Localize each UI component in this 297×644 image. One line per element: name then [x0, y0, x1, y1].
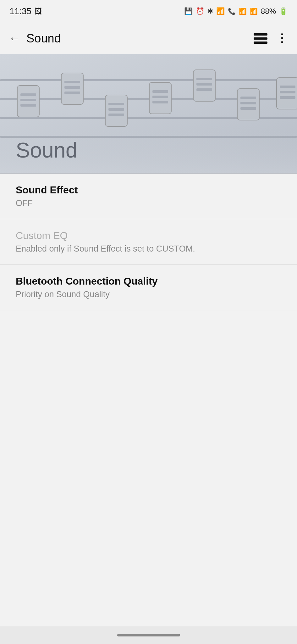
hero-banner: Sound	[0, 54, 297, 174]
signal-icon: 📶	[239, 8, 247, 15]
svg-rect-32	[280, 96, 295, 99]
app-bar: ← Sound ⋮	[0, 23, 297, 54]
custom-eq-title: Custom EQ	[16, 230, 281, 242]
svg-rect-6	[20, 93, 36, 96]
hero-title: Sound	[16, 138, 78, 162]
svg-rect-20	[152, 101, 168, 103]
app-bar-left: ← Sound	[9, 32, 61, 45]
svg-rect-10	[64, 81, 80, 83]
status-bar: 11:35 🖼 💾 ⏰ ✻ 📶 📞 📶 📶 88% 🔋	[0, 0, 297, 23]
svg-rect-30	[280, 86, 295, 88]
svg-rect-22	[196, 78, 212, 80]
svg-rect-26	[240, 97, 256, 99]
alarm-icon: ⏰	[196, 7, 204, 15]
app-bar-right: ⋮	[254, 32, 288, 45]
svg-rect-24	[196, 88, 212, 91]
bluetooth-quality-title: Bluetooth Connection Quality	[16, 275, 281, 287]
signal-icon2: 📶	[250, 8, 258, 15]
svg-rect-8	[20, 104, 36, 107]
battery-percent: 88%	[261, 7, 276, 16]
custom-eq-subtitle: Enabled only if Sound Effect is set to C…	[16, 244, 281, 254]
status-time: 11:35 🖼	[9, 6, 42, 16]
svg-rect-31	[280, 91, 295, 93]
svg-rect-11	[64, 86, 80, 89]
nav-bar	[0, 626, 297, 644]
svg-rect-16	[108, 114, 124, 116]
svg-rect-27	[240, 102, 256, 104]
hero-divider	[0, 173, 297, 174]
status-icons-right: 💾 ⏰ ✻ 📶 📞 📶 📶 88% 🔋	[184, 7, 288, 16]
wifi-icon: 📶	[216, 7, 225, 15]
bluetooth-quality-subtitle: Priority on Sound Quality	[16, 290, 281, 299]
app-bar-title: Sound	[26, 32, 61, 45]
back-button[interactable]: ←	[9, 32, 20, 45]
sound-effect-title: Sound Effect	[16, 184, 281, 196]
svg-rect-4	[0, 79, 297, 81]
more-options-button[interactable]: ⋮	[276, 32, 288, 45]
time-display: 11:35	[9, 6, 31, 16]
nav-pill	[117, 634, 180, 636]
sound-effect-subtitle: OFF	[16, 198, 281, 208]
sd-icon: 💾	[184, 7, 193, 15]
svg-rect-18	[152, 90, 168, 93]
battery-icon: 🔋	[279, 7, 288, 15]
svg-rect-19	[152, 96, 168, 98]
bluetooth-icon: ✻	[207, 7, 213, 15]
call-icon: 📞	[228, 8, 236, 15]
settings-list: Sound Effect OFF Custom EQ Enabled only …	[0, 174, 297, 310]
svg-rect-15	[108, 108, 124, 111]
svg-rect-28	[240, 107, 256, 110]
custom-eq-item[interactable]: Custom EQ Enabled only if Sound Effect i…	[0, 219, 297, 265]
svg-rect-12	[64, 92, 80, 94]
svg-rect-23	[196, 83, 212, 86]
svg-rect-14	[108, 103, 124, 105]
menu-icon-button[interactable]	[254, 33, 267, 44]
svg-rect-7	[20, 99, 36, 101]
bluetooth-quality-item[interactable]: Bluetooth Connection Quality Priority on…	[0, 265, 297, 310]
sound-effect-item[interactable]: Sound Effect OFF	[0, 174, 297, 219]
photo-icon: 🖼	[35, 7, 42, 16]
